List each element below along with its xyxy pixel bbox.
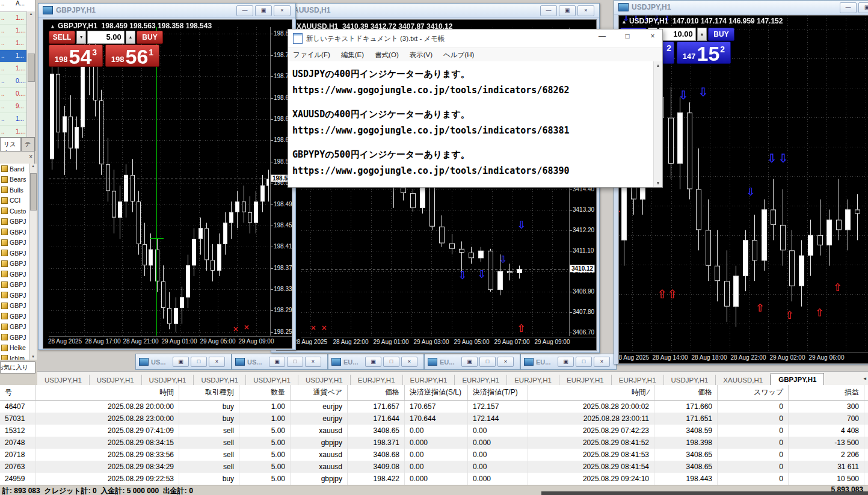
minimize-button[interactable]: —: [540, 5, 557, 16]
chart-tab-6-eurjpy-h1[interactable]: EURJPY,H1: [351, 375, 403, 386]
column-header[interactable]: スワップ: [718, 385, 789, 400]
maximize-button[interactable]: □: [287, 357, 303, 367]
candlestick-chart-gbpjpy[interactable]: [49, 27, 269, 336]
collapse-icon[interactable]: ▲: [50, 23, 55, 29]
chart-tab-12-usdjpy-h1[interactable]: USDJPY,H1: [664, 375, 716, 386]
minimized-chart-window[interactable]: EU...▣□×: [328, 354, 424, 370]
tab-tick[interactable]: ティ: [21, 137, 35, 151]
chart-tab-4-usdjpy-h1[interactable]: USDJPY,H1: [246, 375, 298, 386]
close-button[interactable]: ×: [274, 5, 291, 16]
close-button[interactable]: ×: [305, 357, 321, 367]
menu-item[interactable]: ファイル(F): [293, 51, 330, 60]
column-header[interactable]: 価格: [654, 385, 718, 400]
close-icon[interactable]: ×: [29, 153, 32, 160]
titlebar-usdjpy[interactable]: USDJPY,H1 — ▣ ×: [614, 1, 868, 14]
table-row[interactable]: 207632025.08.29 08:34:29sell5.00xauusd34…: [0, 461, 868, 473]
close-button[interactable]: ×: [647, 32, 659, 40]
chart-tab-13-xauusd-h1[interactable]: XAUUSD,H1: [716, 375, 771, 386]
column-header[interactable]: 号: [0, 385, 36, 400]
table-row[interactable]: 464072025.08.28 20:00:00buy1.00eurjpy171…: [0, 401, 868, 413]
chart-tab-8-eurjpy-h1[interactable]: EURJPY,H1: [455, 375, 507, 386]
market-watch-header[interactable]: .. A...: [0, 0, 35, 12]
close-button[interactable]: ×: [497, 357, 514, 367]
menu-item[interactable]: 編集(E): [341, 51, 364, 60]
chart-tab-7-eurjpy-h1[interactable]: EURJPY,H1: [403, 375, 455, 386]
tab-overflow-icon[interactable]: ◂: [863, 375, 866, 381]
minimized-chart-window[interactable]: US...▣□×: [232, 354, 328, 370]
buy-button[interactable]: BUY: [708, 28, 734, 41]
chart-tab-0-usdjpy-h1[interactable]: USDJPY,H1: [37, 375, 90, 386]
column-header[interactable]: 取引種別: [179, 385, 239, 400]
minimize-button[interactable]: —: [596, 32, 608, 40]
scroll-down-icon[interactable]: ▾: [654, 180, 662, 186]
column-header[interactable]: 決済指値(T/P): [468, 385, 528, 400]
minimized-chart-window[interactable]: EU...▣□×: [520, 354, 617, 370]
restore-button[interactable]: ▣: [559, 5, 576, 16]
column-header[interactable]: 時間: [36, 385, 179, 400]
scroll-down-icon[interactable]: ▾: [29, 354, 37, 359]
column-header[interactable]: 時間 ∕: [528, 385, 654, 400]
buy-button[interactable]: BUY: [137, 31, 163, 44]
volume-input[interactable]: 10.00: [659, 28, 695, 41]
column-header[interactable]: 決済逆指値(S/L): [405, 385, 468, 400]
chart-tab-11-eurjpy-h1[interactable]: EURJPY,H1: [612, 375, 664, 386]
restore-button[interactable]: ▣: [461, 357, 478, 367]
menu-item[interactable]: 表示(V): [410, 51, 432, 60]
minimized-chart-window[interactable]: US...▣□×: [135, 354, 232, 370]
tab-favorites[interactable]: お気に入り: [0, 361, 35, 374]
column-header[interactable]: 損益: [789, 385, 864, 400]
table-row[interactable]: 207482025.08.29 08:34:15sell5.00gbpjpy19…: [0, 437, 868, 449]
column-header[interactable]: 通貨ペア: [291, 385, 348, 400]
chart-tab-9-eurjpy-h1[interactable]: EURJPY,H1: [507, 375, 559, 386]
table-row[interactable]: 570312025.08.28 23:00:00buy1.00eurjpy171…: [0, 413, 868, 425]
volume-input[interactable]: 5.00: [87, 31, 124, 44]
scroll-up-icon[interactable]: ▴: [30, 11, 32, 16]
chart-area-gbpjpy[interactable]: ▲GBPJPY,H1 198.459 198.563 198.358 198.5…: [43, 19, 292, 349]
restore-button[interactable]: ▣: [173, 357, 189, 367]
chart-tab-5-usdjpy-h1[interactable]: USDJPY,H1: [298, 375, 351, 386]
notepad-scrollbar[interactable]: ▴ ▾: [653, 61, 662, 187]
restore-button[interactable]: ▣: [558, 357, 574, 367]
sell-button[interactable]: SELL: [49, 31, 75, 44]
column-header[interactable]: 価格: [348, 385, 405, 400]
volume-down-icon[interactable]: ▼: [76, 31, 86, 44]
titlebar-xauusd[interactable]: XAUUSD,H1 — ▣ ×: [271, 4, 599, 17]
titlebar-gbpjpy[interactable]: GBPJPY,H1 — ▣ ×: [38, 4, 295, 17]
restore-button[interactable]: ▣: [269, 357, 285, 367]
maximize-button[interactable]: □: [191, 357, 207, 367]
minimize-button[interactable]: —: [236, 5, 253, 16]
notepad-text-area[interactable]: USDJPYの400円インジケーターあります。https://www.gogoj…: [288, 61, 654, 187]
notepad-titlebar[interactable]: 新しいテキストドキュメント (3).txt - メモ帳 — □ ×: [288, 29, 662, 48]
market-watch-scrollbar[interactable]: ▴: [26, 11, 35, 137]
restore-button[interactable]: ▣: [858, 2, 868, 13]
restore-button[interactable]: ▣: [365, 357, 381, 367]
tab-list[interactable]: リスト: [0, 137, 21, 151]
scroll-up-icon[interactable]: ▴: [654, 63, 662, 68]
volume-up-icon[interactable]: ▲: [126, 31, 135, 44]
chart-tab-10-eurjpy-h1[interactable]: EURJPY,H1: [559, 375, 612, 386]
minimized-chart-window[interactable]: EU...▣□×: [424, 354, 520, 370]
table-row[interactable]: 249592025.08.29 09:22:53buy5.00gbpjpy198…: [0, 473, 868, 485]
table-row[interactable]: 153122025.08.29 07:41:09sell5.00xauusd34…: [0, 425, 868, 437]
chart-tab-2-usdjpy-h1[interactable]: USDJPY,H1: [142, 375, 194, 386]
close-button[interactable]: ×: [401, 357, 417, 367]
close-button[interactable]: ×: [577, 5, 594, 16]
volume-up-icon[interactable]: ▲: [697, 28, 707, 41]
restore-button[interactable]: ▣: [255, 5, 272, 16]
navigator-scrollbar[interactable]: ▴ ▾: [29, 164, 37, 360]
scroll-up-icon[interactable]: ▴: [32, 164, 34, 168]
collapse-icon[interactable]: ▲: [621, 19, 627, 25]
close-button[interactable]: ×: [594, 357, 610, 367]
sell-price-display[interactable]: 198 54 3: [49, 45, 103, 67]
buy-price-display[interactable]: 147 15 2: [677, 42, 731, 64]
close-button[interactable]: ×: [209, 357, 225, 367]
horizontal-scrollbar[interactable]: [541, 491, 868, 495]
market-watch-col-ask[interactable]: A...: [16, 0, 28, 11]
maximize-button[interactable]: □: [383, 357, 399, 367]
maximize-button[interactable]: □: [576, 357, 592, 367]
market-watch-col-symbol[interactable]: ..: [0, 0, 16, 11]
scrollbar-thumb[interactable]: [28, 54, 35, 82]
minimize-button[interactable]: —: [840, 2, 857, 13]
maximize-button[interactable]: □: [621, 32, 633, 40]
buy-price-display[interactable]: 198 56 1: [105, 45, 159, 67]
